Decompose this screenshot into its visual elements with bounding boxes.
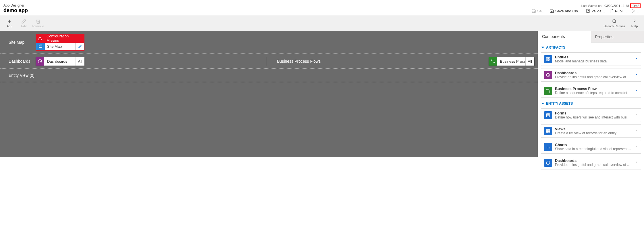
- svg-rect-18: [548, 60, 550, 61]
- sitemap-section-label: Site Map: [3, 40, 32, 45]
- canvas: Site Map Configuration Missing: [0, 31, 538, 172]
- publish-button[interactable]: Publi…: [609, 9, 627, 13]
- card-charts-desc: Show data in a meaningful and visual rep…: [555, 147, 632, 151]
- bpf-all-button[interactable]: All: [525, 57, 534, 66]
- last-saved-value: 03/09/2021 11:48: [604, 4, 629, 7]
- flow-icon: [544, 87, 552, 95]
- search-canvas-button[interactable]: Search Canvas: [601, 17, 627, 30]
- sitemap-tile-label: Site Map: [45, 43, 75, 50]
- group-entity-assets-label: ENTITY ASSETS: [546, 102, 573, 106]
- sitemap-edit-button[interactable]: [75, 43, 84, 50]
- card-dashboards-asset[interactable]: Dashboards Provide an insightful and gra…: [541, 156, 641, 169]
- trash-icon: [36, 19, 41, 24]
- caret-down-icon: [541, 46, 544, 49]
- views-icon: [544, 127, 552, 135]
- svg-point-13: [493, 62, 494, 63]
- svg-rect-27: [546, 129, 550, 133]
- bpf-tile-label: Business Proces…: [497, 57, 525, 66]
- card-views-title: Views: [555, 127, 632, 131]
- help-button[interactable]: Help: [627, 17, 642, 30]
- remove-label: Remove: [32, 24, 44, 28]
- add-label: Add: [7, 24, 12, 28]
- svg-line-7: [615, 22, 616, 23]
- save-and-close-button[interactable]: Save And Clo…: [549, 9, 582, 13]
- card-dashboards2-title: Dashboards: [555, 158, 632, 163]
- sitemap-icon: [36, 43, 45, 50]
- help-label: Help: [631, 24, 638, 28]
- chevron-right-icon: [635, 129, 638, 133]
- card-charts-title: Charts: [555, 143, 632, 147]
- svg-point-21: [549, 91, 550, 92]
- card-entities-desc: Model and manage business data.: [555, 59, 632, 63]
- svg-marker-3: [632, 9, 635, 13]
- chevron-right-icon: [635, 160, 638, 165]
- play-icon: [631, 9, 636, 13]
- sitemap-section: Site Map Configuration Missing: [0, 31, 538, 54]
- add-button[interactable]: Add: [2, 17, 17, 30]
- last-saved: Last Saved on : 03/09/2021 11:48 *Draft: [581, 3, 641, 8]
- entity-view-label: Entity View (0): [0, 69, 538, 82]
- svg-rect-16: [548, 58, 550, 59]
- chevron-right-icon: [635, 89, 638, 93]
- play-label: …: [637, 9, 641, 13]
- group-artifacts[interactable]: ARTIFACTS: [538, 43, 644, 51]
- chevron-right-icon: [635, 145, 638, 149]
- side-tabs: Components Properties: [538, 31, 644, 43]
- edit-label: Edit: [21, 24, 27, 28]
- card-dashboards-title: Dashboards: [555, 71, 632, 75]
- app-designer-label: App Designer: [3, 3, 28, 7]
- tab-components[interactable]: Components: [538, 31, 591, 43]
- save-close-label: Save And Clo…: [555, 9, 582, 13]
- card-dashboards-desc: Provide an insightful and graphical over…: [555, 75, 632, 79]
- validate-label: Valida…: [591, 9, 605, 13]
- remove-button[interactable]: Remove: [31, 17, 45, 30]
- dashboards-bpf-section: Dashboards Dashboards All Business Proce…: [0, 54, 538, 69]
- svg-point-12: [491, 60, 492, 61]
- group-artifacts-label: ARTIFACTS: [546, 45, 565, 49]
- bpf-tile[interactable]: Business Proces… All: [489, 57, 534, 66]
- card-forms-desc: Define how users will see and interact w…: [555, 115, 632, 119]
- chevron-right-icon: [635, 113, 638, 117]
- save-button[interactable]: Sa…: [531, 9, 545, 13]
- card-entities[interactable]: Entities Model and manage business data.: [541, 52, 641, 66]
- chevron-right-icon: [635, 57, 638, 61]
- side-panel: Components Properties ARTIFACTS Entities…: [538, 31, 644, 172]
- card-dashboards[interactable]: Dashboards Provide an insightful and gra…: [541, 68, 641, 82]
- header: App Designer demo app Last Saved on : 03…: [0, 0, 644, 16]
- publish-label: Publi…: [615, 9, 627, 13]
- flow-icon: [489, 57, 497, 66]
- card-views-desc: Create a list view of records for an ent…: [555, 131, 632, 135]
- card-views[interactable]: Views Create a list view of records for …: [541, 124, 641, 138]
- svg-marker-14: [541, 47, 544, 48]
- svg-point-20: [547, 89, 547, 90]
- charts-icon: [544, 143, 552, 151]
- publish-icon: [609, 9, 614, 13]
- edit-button[interactable]: Edit: [17, 17, 31, 30]
- toolbar: Add Edit Remove Search Canvas Help: [0, 16, 644, 31]
- card-bpf-desc: Define a sequence of steps required to c…: [555, 91, 632, 95]
- dashboards-tile-label: Dashboards: [44, 57, 76, 66]
- last-saved-prefix: Last Saved on :: [581, 4, 603, 7]
- dashboards-tile[interactable]: Dashboards All: [36, 57, 84, 66]
- header-left: App Designer demo app: [3, 3, 28, 14]
- pencil-icon: [21, 19, 26, 24]
- sitemap-tile[interactable]: Site Map: [36, 42, 84, 51]
- config-missing-banner: Configuration Missing: [36, 34, 84, 42]
- validate-button[interactable]: Valida…: [586, 9, 605, 13]
- card-bpf-title: Business Process Flow: [555, 87, 632, 91]
- play-button[interactable]: …: [631, 9, 641, 13]
- canvas-empty-area: [0, 82, 538, 157]
- sitemap-tile-stack: Configuration Missing Site Map: [36, 34, 84, 51]
- card-forms-title: Forms: [555, 111, 632, 115]
- card-bpf[interactable]: Business Process Flow Define a sequence …: [541, 84, 641, 97]
- help-icon: [632, 19, 637, 24]
- svg-marker-22: [541, 103, 544, 104]
- pencil-icon: [78, 45, 82, 49]
- save-icon: [531, 9, 536, 13]
- dashboards-all-button[interactable]: All: [76, 57, 84, 66]
- card-charts[interactable]: Charts Show data in a meaningful and vis…: [541, 140, 641, 154]
- config-missing-text: Configuration Missing: [44, 34, 84, 42]
- card-forms[interactable]: Forms Define how users will see and inte…: [541, 108, 641, 122]
- tab-properties[interactable]: Properties: [591, 31, 644, 43]
- group-entity-assets[interactable]: ENTITY ASSETS: [538, 99, 644, 107]
